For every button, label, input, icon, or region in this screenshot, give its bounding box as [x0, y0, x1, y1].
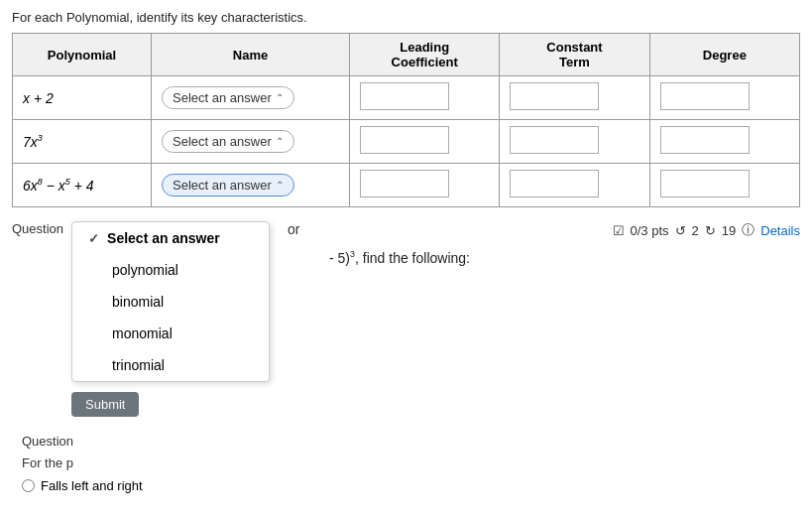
ct-input-2[interactable] — [510, 126, 599, 154]
col-header-leading: Leading Coefficient — [350, 34, 500, 76]
lc-cell-2 — [350, 120, 500, 164]
name-select-cell-2: Select an answer ⌃ — [152, 120, 350, 164]
name-select-label-3: Select an answer — [173, 178, 272, 193]
lc-input-3[interactable] — [360, 170, 449, 197]
radio-label: Falls left and right — [41, 478, 143, 493]
ct-cell-1 — [500, 76, 649, 120]
expression-prefix: - 5)3, find the following: — [329, 250, 470, 266]
polynomial-expression-3: 6x8 − x5 + 4 — [13, 164, 152, 207]
ct-input-1[interactable] — [510, 82, 599, 110]
chevron-icon-1: ⌃ — [276, 92, 284, 103]
for-the-label: For the p — [22, 455, 73, 470]
deg-cell-3 — [649, 164, 799, 207]
dropdown-item-polynomial[interactable]: polynomial — [72, 254, 269, 286]
leading-line1: Leading — [400, 40, 449, 55]
constant-line1: Constant — [546, 40, 602, 55]
lc-input-2[interactable] — [360, 126, 449, 154]
score-line: ☑ 0/3 pts ↺ 2 ↻ 19 ⓘ Details — [329, 221, 800, 239]
dropdown-item-label-4: trinomial — [112, 357, 165, 373]
instruction-text: For each Polynomial, identify its key ch… — [12, 10, 800, 25]
name-select-cell-3: Select an answer ⌃ — [152, 164, 350, 207]
deg-cell-2 — [649, 120, 799, 164]
answer-dropdown: ✓ Select an answer polynomial binomial m… — [71, 221, 270, 382]
table-row: 6x8 − x5 + 4 Select an answer ⌃ — [13, 164, 800, 207]
polynomial-table: Polynomial Name Leading Coefficient Cons… — [12, 33, 800, 207]
deg-cell-1 — [649, 76, 799, 120]
falls-radio[interactable] — [22, 479, 35, 492]
deg-input-1[interactable] — [660, 82, 750, 110]
polynomial-expression-1: x + 2 — [13, 76, 152, 120]
name-select-btn-1[interactable]: Select an answer ⌃ — [162, 86, 294, 109]
name-select-btn-2[interactable]: Select an answer ⌃ — [162, 130, 294, 153]
lc-cell-3 — [350, 164, 500, 207]
question-label: Question — [12, 221, 63, 236]
ct-input-3[interactable] — [510, 170, 599, 197]
questio-label: Question — [22, 434, 73, 449]
ct-cell-3 — [500, 164, 649, 207]
lc-cell-1 — [350, 76, 500, 120]
score-text: 0/3 pts — [631, 223, 669, 238]
name-select-label-2: Select an answer — [173, 134, 272, 149]
dropdown-item-label-3: monomial — [112, 325, 173, 341]
col-header-constant: Constant Term — [500, 34, 649, 76]
checkbox-icon: ☑ — [613, 223, 625, 238]
or-text: or — [278, 221, 299, 237]
name-select-label-1: Select an answer — [173, 90, 272, 105]
ct-cell-2 — [500, 120, 649, 164]
info-icon: ⓘ — [742, 221, 754, 239]
submit-button[interactable]: Submit — [71, 392, 139, 417]
name-select-cell-1: Select an answer ⌃ — [152, 76, 350, 120]
col-header-polynomial: Polynomial — [13, 34, 152, 76]
dropdown-item-select[interactable]: ✓ Select an answer — [72, 222, 269, 254]
check-icon: ✓ — [88, 231, 99, 246]
deg-input-2[interactable] — [660, 126, 750, 154]
sync-icon: ↻ — [705, 223, 716, 238]
chevron-icon-3: ⌃ — [276, 180, 284, 191]
attempts-text: 19 — [722, 223, 736, 238]
dropdown-item-monomial[interactable]: monomial — [72, 318, 269, 349]
col-header-degree: Degree — [649, 34, 799, 76]
dropdown-item-label-1: polynomial — [112, 262, 178, 278]
chevron-icon-2: ⌃ — [276, 136, 284, 147]
deg-input-3[interactable] — [660, 170, 750, 197]
dropdown-item-trinomial[interactable]: trinomial — [72, 349, 269, 381]
name-select-btn-3[interactable]: Select an answer ⌃ — [162, 174, 294, 196]
table-row: x + 2 Select an answer ⌃ — [13, 76, 800, 120]
retry-icon: ↺ — [675, 223, 686, 238]
polynomial-expression-2: 7x3 — [13, 120, 152, 164]
col-header-name: Name — [152, 34, 350, 76]
find-following-text: - 5)3, find the following: — [329, 249, 800, 266]
dropdown-item-binomial[interactable]: binomial — [72, 286, 269, 318]
details-link[interactable]: Details — [760, 223, 800, 238]
dropdown-item-label-2: binomial — [112, 294, 164, 310]
constant-line2: Term — [559, 55, 590, 69]
leading-line2: Coefficient — [392, 55, 458, 69]
dropdown-item-label-0: Select an answer — [107, 230, 220, 246]
table-row: 7x3 Select an answer ⌃ — [13, 120, 800, 164]
lc-input-1[interactable] — [360, 82, 449, 110]
retries-text: 2 — [692, 223, 699, 238]
